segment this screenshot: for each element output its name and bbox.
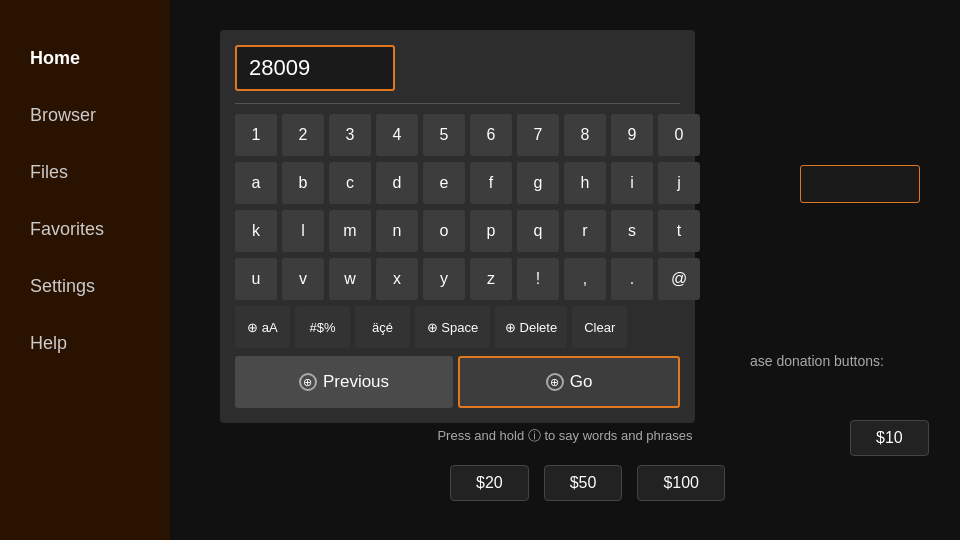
donation-btn-50[interactable]: $50 [544, 465, 623, 501]
sidebar: Home Browser Files Favorites Settings He… [0, 0, 170, 540]
hint-text: Press and hold ⓘ to say words and phrase… [170, 427, 960, 445]
key-h[interactable]: h [564, 162, 606, 204]
letter-row-2: k l m n o p q r s t [235, 210, 680, 252]
key-2[interactable]: 2 [282, 114, 324, 156]
key-x[interactable]: x [376, 258, 418, 300]
donation-btn-100[interactable]: $100 [637, 465, 725, 501]
key-r[interactable]: r [564, 210, 606, 252]
key-case-toggle[interactable]: ⊕ aA [235, 306, 290, 348]
right-input-box[interactable] [800, 165, 920, 203]
key-k[interactable]: k [235, 210, 277, 252]
previous-icon: ⊕ [299, 373, 317, 391]
key-9[interactable]: 9 [611, 114, 653, 156]
main-content: ase donation buttons: $10 $20 $50 $100 2… [170, 0, 960, 540]
key-l[interactable]: l [282, 210, 324, 252]
sidebar-item-files[interactable]: Files [0, 144, 170, 201]
go-button[interactable]: ⊕ Go [458, 356, 680, 408]
key-8[interactable]: 8 [564, 114, 606, 156]
key-g[interactable]: g [517, 162, 559, 204]
key-period[interactable]: . [611, 258, 653, 300]
number-row: 1 2 3 4 5 6 7 8 9 0 [235, 114, 680, 156]
key-b[interactable]: b [282, 162, 324, 204]
key-1[interactable]: 1 [235, 114, 277, 156]
text-input-field[interactable]: 28009 [235, 45, 395, 91]
key-v[interactable]: v [282, 258, 324, 300]
key-i[interactable]: i [611, 162, 653, 204]
key-4[interactable]: 4 [376, 114, 418, 156]
key-accents[interactable]: äçé [355, 306, 410, 348]
sidebar-item-help[interactable]: Help [0, 315, 170, 372]
donation-row-2: $20 $50 $100 [450, 465, 725, 501]
key-space[interactable]: ⊕ Space [415, 306, 490, 348]
go-icon: ⊕ [546, 373, 564, 391]
key-d[interactable]: d [376, 162, 418, 204]
letter-row-3: u v w x y z ! , . @ [235, 258, 680, 300]
key-c[interactable]: c [329, 162, 371, 204]
bottom-buttons: ⊕ Previous ⊕ Go [235, 356, 680, 408]
sidebar-item-favorites[interactable]: Favorites [0, 201, 170, 258]
key-rows: 1 2 3 4 5 6 7 8 9 0 a b c d e f g h [235, 114, 680, 348]
previous-button[interactable]: ⊕ Previous [235, 356, 453, 408]
key-n[interactable]: n [376, 210, 418, 252]
key-p[interactable]: p [470, 210, 512, 252]
key-0[interactable]: 0 [658, 114, 700, 156]
key-5[interactable]: 5 [423, 114, 465, 156]
key-q[interactable]: q [517, 210, 559, 252]
donation-btn-20[interactable]: $20 [450, 465, 529, 501]
key-6[interactable]: 6 [470, 114, 512, 156]
keyboard-overlay: 28009 1 2 3 4 5 6 7 8 9 0 a b c d [220, 30, 695, 423]
key-y[interactable]: y [423, 258, 465, 300]
key-m[interactable]: m [329, 210, 371, 252]
key-clear[interactable]: Clear [572, 306, 627, 348]
key-o[interactable]: o [423, 210, 465, 252]
key-delete[interactable]: ⊕ Delete [495, 306, 567, 348]
key-u[interactable]: u [235, 258, 277, 300]
special-row: ⊕ aA #$% äçé ⊕ Space ⊕ Delete Clear [235, 306, 680, 348]
key-e[interactable]: e [423, 162, 465, 204]
key-at[interactable]: @ [658, 258, 700, 300]
keyboard-divider [235, 103, 680, 104]
donation-text: ase donation buttons: [750, 353, 884, 369]
sidebar-item-home[interactable]: Home [0, 30, 170, 87]
key-7[interactable]: 7 [517, 114, 559, 156]
key-s[interactable]: s [611, 210, 653, 252]
key-a[interactable]: a [235, 162, 277, 204]
key-w[interactable]: w [329, 258, 371, 300]
sidebar-item-settings[interactable]: Settings [0, 258, 170, 315]
key-z[interactable]: z [470, 258, 512, 300]
key-f[interactable]: f [470, 162, 512, 204]
key-comma[interactable]: , [564, 258, 606, 300]
letter-row-1: a b c d e f g h i j [235, 162, 680, 204]
key-3[interactable]: 3 [329, 114, 371, 156]
sidebar-item-browser[interactable]: Browser [0, 87, 170, 144]
key-j[interactable]: j [658, 162, 700, 204]
key-exclaim[interactable]: ! [517, 258, 559, 300]
key-symbols[interactable]: #$% [295, 306, 350, 348]
key-t[interactable]: t [658, 210, 700, 252]
